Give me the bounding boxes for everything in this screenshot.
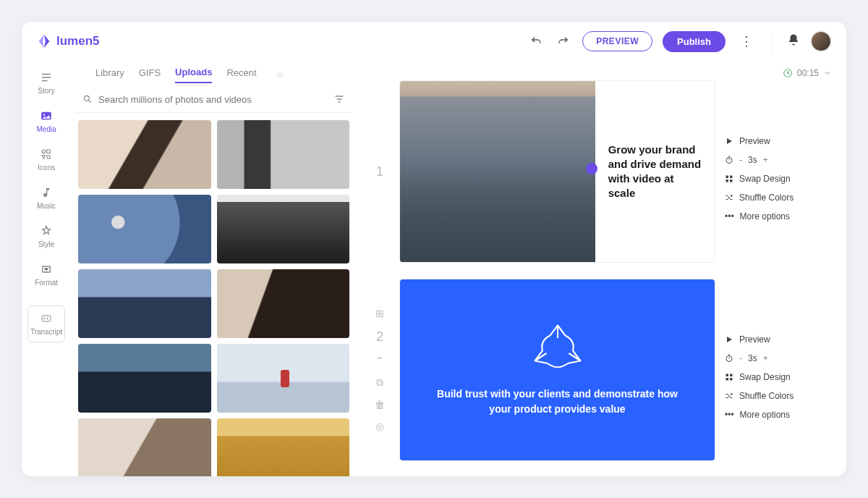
media-thumb[interactable]: [217, 120, 350, 189]
media-panel: Library GIFS Uploads Recent ☆: [71, 61, 357, 476]
slide-row: ⊞ 2 ⌃ ⧉ 🗑 ◎ Build trust with your client…: [370, 279, 846, 460]
svg-rect-17: [726, 378, 729, 381]
chevron-down-icon[interactable]: [823, 69, 832, 77]
sidebar-item-label: Icons: [38, 164, 55, 172]
preview-button[interactable]: PREVIEW: [582, 31, 652, 51]
publish-button[interactable]: Publish: [663, 31, 726, 52]
sidebar-item-media[interactable]: Media: [27, 104, 65, 139]
slide-row: 1 Grow your brand and drive demand with …: [370, 81, 846, 262]
recycle-icon: [532, 323, 583, 374]
media-thumb[interactable]: [78, 120, 211, 189]
tab-library[interactable]: Library: [95, 67, 124, 83]
media-thumb[interactable]: [217, 195, 350, 263]
media-icon: [40, 109, 53, 122]
duration-decrease[interactable]: -: [739, 353, 742, 363]
media-thumb[interactable]: [78, 269, 211, 338]
slide-duration: - 3s +: [725, 353, 812, 363]
media-thumb[interactable]: [78, 195, 211, 263]
media-thumb[interactable]: [217, 269, 350, 338]
user-avatar[interactable]: [810, 30, 832, 52]
delete-slide-button[interactable]: 🗑: [375, 399, 385, 410]
shuffle-colors-button[interactable]: Shuffle Colors: [725, 391, 812, 401]
slide-canvas[interactable]: Build trust with your clients and demons…: [400, 279, 715, 460]
sidebar-item-label: Transcript: [30, 328, 62, 336]
slide-headline[interactable]: Grow your brand and drive demand with vi…: [595, 81, 715, 262]
dots-icon: •••: [725, 410, 734, 420]
tab-uploads[interactable]: Uploads: [175, 67, 212, 83]
sidebar-item-music[interactable]: Music: [27, 180, 65, 216]
search-input[interactable]: [98, 94, 328, 105]
move-up-button[interactable]: ⌃: [375, 355, 384, 366]
tab-gifs[interactable]: GIFS: [139, 67, 161, 83]
redo-icon: [558, 35, 569, 47]
favorites-button[interactable]: ☆: [276, 69, 284, 80]
duration-increase[interactable]: +: [763, 353, 768, 363]
svg-rect-16: [730, 374, 733, 377]
svg-point-2: [42, 150, 46, 153]
svg-rect-6: [42, 316, 51, 321]
color-slide-button[interactable]: ◎: [375, 421, 384, 432]
media-grid: [75, 113, 352, 476]
main-body: Story Media Icons Music Style Format: [22, 61, 846, 476]
copy-slide-button[interactable]: ⧉: [376, 376, 383, 389]
svg-rect-15: [726, 374, 729, 377]
more-options-button[interactable]: •••More options: [725, 410, 812, 420]
sidebar-item-story[interactable]: Story: [27, 65, 65, 101]
slide-preview-button[interactable]: Preview: [725, 136, 812, 146]
sidebar-item-transcript[interactable]: Transcript: [27, 305, 65, 342]
dots-icon: •••: [725, 211, 734, 221]
filter-icon[interactable]: [333, 93, 345, 105]
story-icon: [40, 71, 53, 84]
lumen5-logo-icon: [36, 33, 52, 49]
duration-increase[interactable]: +: [763, 155, 768, 165]
total-time: 00:15: [797, 68, 819, 78]
clock-icon: [783, 68, 793, 78]
search-row: [75, 89, 352, 113]
undo-button[interactable]: [527, 33, 545, 50]
more-options-button[interactable]: •••More options: [725, 211, 812, 221]
media-thumb[interactable]: [217, 344, 350, 413]
canvas-area: 00:15 1 Grow your brand and drive demand…: [357, 61, 846, 476]
svg-point-1: [43, 114, 45, 115]
media-thumb[interactable]: [78, 344, 211, 413]
slide-index: ⊞ 2 ⌃ ⧉ 🗑 ◎: [370, 308, 390, 432]
play-icon: [725, 137, 733, 145]
bell-icon: [787, 33, 800, 46]
svg-rect-3: [47, 150, 51, 153]
tab-recent[interactable]: Recent: [226, 67, 256, 83]
sidebar-item-icons[interactable]: Icons: [27, 142, 65, 177]
duration-decrease[interactable]: -: [739, 155, 742, 165]
media-thumb[interactable]: [217, 418, 350, 476]
slide-index: 1: [370, 164, 390, 180]
swap-design-button[interactable]: Swap Design: [725, 174, 812, 184]
notifications-button[interactable]: [787, 33, 800, 49]
icons-icon: [40, 148, 53, 161]
media-thumb[interactable]: [78, 418, 211, 476]
sidebar-item-label: Style: [38, 240, 54, 248]
redo-button[interactable]: [555, 33, 572, 50]
style-icon: [40, 224, 53, 237]
svg-point-7: [84, 96, 89, 101]
shuffle-colors-button[interactable]: Shuffle Colors: [725, 193, 812, 203]
divider: [772, 31, 773, 51]
svg-point-4: [47, 156, 51, 159]
shuffle-icon: [725, 392, 733, 400]
add-slide-button[interactable]: ⊞: [375, 308, 384, 319]
sidebar-item-format[interactable]: Format: [27, 257, 65, 292]
swap-design-button[interactable]: Swap Design: [725, 372, 812, 382]
format-icon: [40, 263, 53, 276]
more-menu-button[interactable]: ⋮: [736, 30, 757, 52]
grid-icon: [725, 174, 733, 183]
slide-caption[interactable]: Build trust with your clients and demons…: [429, 387, 686, 417]
undo-icon: [530, 35, 542, 47]
grid-icon: [725, 373, 733, 381]
slide-preview-button[interactable]: Preview: [725, 334, 812, 345]
sidebar-item-label: Media: [36, 125, 56, 133]
sidebar-item-style[interactable]: Style: [27, 219, 65, 254]
slide-duration: - 3s +: [725, 155, 812, 165]
slide-actions: Preview - 3s + Swap Design Shuffle Color…: [725, 122, 812, 221]
focus-dot[interactable]: [586, 163, 597, 174]
sidebar-item-label: Format: [35, 279, 58, 287]
slide-canvas[interactable]: Grow your brand and drive demand with vi…: [400, 81, 715, 262]
logo[interactable]: lumen5: [36, 33, 100, 49]
